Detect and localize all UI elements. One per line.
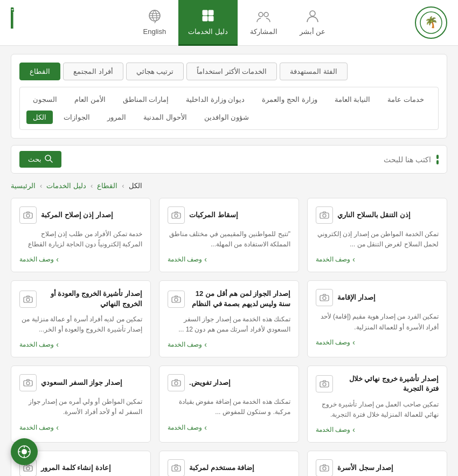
svg-point-37 — [175, 467, 178, 470]
breadcrumb-sep-2: › — [91, 182, 93, 190]
search-button-label: بحث — [28, 155, 41, 163]
cat-prisons[interactable]: السجون — [26, 93, 64, 106]
tabs-container: الفئة المستهدفة الخدمات الأكثر استخداماً… — [11, 54, 447, 139]
card-12-title: إعادة إنشاء كلمة المرور — [41, 463, 111, 473]
card-8-camera-icon[interactable] — [168, 374, 185, 391]
cat-general-services[interactable]: خدمات عامة — [381, 93, 431, 106]
card-3-link[interactable]: › وصف الخدمة — [19, 255, 59, 264]
tab-myorder[interactable]: ترتيب هجائي — [126, 63, 184, 80]
tab-community[interactable]: أفراد المجتمع — [63, 63, 123, 80]
card-7-link-label: وصف الخدمة — [316, 426, 350, 433]
card-8-link-label: وصف الخدمة — [168, 424, 202, 431]
svg-rect-7 — [203, 16, 207, 21]
nav-about[interactable]: عن أبشر — [290, 0, 336, 46]
card-10-camera-icon[interactable] — [316, 459, 333, 476]
card-4-link-label: وصف الخدمة — [316, 339, 350, 346]
site-header: 🌴 عن أبشر المشاركة — [0, 0, 458, 46]
svg-text:🌴: 🌴 — [425, 16, 438, 29]
categories-row: خدمات عامة النيابة العامة وزارة الحج وال… — [19, 87, 439, 130]
card-4-title: إصدار الإقامة — [337, 293, 376, 302]
cat-all[interactable]: الكل — [26, 111, 53, 124]
card-5-camera-icon[interactable] — [168, 291, 185, 308]
card-9-header: إصدار جواز السفر السعودي — [19, 374, 142, 391]
card-6-description: تمكين من لديه أفراد أسرة أو عمالة منزلية… — [19, 314, 142, 335]
nav-about-label: عن أبشر — [300, 27, 326, 36]
card-7-camera-icon[interactable] — [316, 375, 333, 392]
nav-services[interactable]: دليل الخدمات — [178, 0, 238, 46]
svg-point-41 — [22, 449, 27, 454]
nav-participation-label: المشاركة — [250, 27, 277, 36]
card-8-chevron-icon: › — [204, 423, 207, 432]
search-input[interactable] — [67, 155, 431, 164]
card-7-title: إصدار تأشيرة خروج نهائي خلال فترة التجرب… — [337, 374, 439, 394]
search-button[interactable]: بحث — [19, 151, 61, 168]
cat-security[interactable]: الأمن العام — [68, 93, 112, 106]
card-5-link[interactable]: › وصف الخدمة — [168, 340, 207, 349]
card-6-header: إصدار تأشيرة الخروج والعودة أو الخروج ال… — [19, 289, 142, 308]
line-bar-2 — [436, 160, 439, 164]
service-card-7: إصدار تأشيرة خروج نهائي خلال فترة التجرب… — [307, 365, 447, 443]
breadcrumb-sector[interactable]: القطاع — [97, 182, 117, 190]
card-8-link[interactable]: › وصف الخدمة — [168, 423, 207, 432]
logo-emblem: 🌴 — [415, 6, 447, 39]
card-9-camera-icon[interactable] — [19, 374, 37, 391]
breadcrumb: الكل › القطاع › دليل الخدمات › الرئيسية — [11, 182, 447, 190]
card-4-chevron-icon: › — [352, 338, 355, 347]
svg-point-4 — [264, 12, 268, 17]
card-6-camera-icon[interactable] — [19, 291, 37, 308]
card-2-link-label: وصف الخدمة — [168, 256, 202, 263]
card-2-camera-icon[interactable] — [168, 206, 185, 224]
service-card-1: إذن التنقل بالسلاح الناري تمكن الخدمة ال… — [307, 198, 447, 272]
svg-point-3 — [259, 12, 263, 17]
tab-sector[interactable]: القطاع — [19, 63, 60, 80]
card-5-chevron-icon: › — [204, 340, 207, 349]
card-3-camera-icon[interactable] — [19, 206, 37, 224]
card-3-title: إصدار إذن إصلاح المركبة — [41, 210, 113, 220]
tab-target[interactable]: الفئة المستهدفة — [280, 63, 348, 80]
svg-point-39 — [26, 467, 30, 470]
card-9-description: تمكين المواطن أو ولي أمره من إصدار جواز … — [19, 397, 142, 417]
card-2-chevron-icon: › — [204, 255, 207, 264]
card-6-link[interactable]: › وصف الخدمة — [19, 340, 59, 349]
card-1-link[interactable]: › وصف الخدمة — [316, 255, 355, 264]
search-icon — [44, 154, 53, 164]
card-6-chevron-icon: › — [56, 340, 59, 349]
card-2-link[interactable]: › وصف الخدمة — [168, 255, 207, 264]
card-7-description: تمكين صاحب العمل من إصدار تأشيرة خروج نه… — [316, 399, 439, 420]
nav-participation[interactable]: المشاركة — [240, 0, 287, 46]
cat-civil[interactable]: الأحوال المدنية — [137, 111, 193, 124]
card-5-header: إصدار الجواز لمن هم أقل من 12 سنة وليس ل… — [168, 289, 290, 308]
card-1-camera-icon[interactable] — [316, 206, 333, 224]
card-8-header: إصدار تفويض. — [168, 374, 290, 391]
participation-icon — [256, 8, 271, 25]
cat-emirates[interactable]: إمارات المناطق — [116, 93, 176, 106]
card-7-header: إصدار تأشيرة خروج نهائي خلال فترة التجرب… — [316, 374, 439, 394]
card-3-link-label: وصف الخدمة — [19, 256, 54, 263]
cat-expats[interactable]: شؤون الوافدين — [198, 111, 256, 124]
card-6-title: إصدار تأشيرة الخروج والعودة أو الخروج ال… — [41, 289, 142, 308]
line-bar-1 — [436, 155, 439, 159]
card-11-camera-icon[interactable] — [168, 459, 185, 476]
tab-mostused[interactable]: الخدمات الأكثر استخداماً — [186, 63, 277, 80]
cat-hajj[interactable]: وزارة الحج والعمرة — [255, 93, 323, 106]
cat-passports[interactable]: الجوازات — [57, 111, 96, 124]
svg-point-21 — [26, 214, 30, 217]
cat-traffic[interactable]: المرور — [101, 111, 133, 124]
breadcrumb-guide[interactable]: دليل الخدمات — [46, 182, 86, 190]
card-4-camera-icon[interactable] — [316, 289, 333, 306]
cat-interior[interactable]: ديوان وزارة الداخلية — [179, 93, 251, 106]
service-card-11: إضافة مستخدم لمركبة › وصف الخدمة — [159, 451, 299, 476]
breadcrumb-home[interactable]: الرئيسية — [11, 182, 36, 190]
nav-english[interactable]: English — [134, 0, 176, 46]
svg-rect-5 — [203, 10, 207, 15]
service-card-5: إصدار الجواز لمن هم أقل من 12 سنة وليس ل… — [159, 280, 299, 357]
card-9-link[interactable]: › وصف الخدمة — [19, 423, 59, 432]
card-4-link[interactable]: › وصف الخدمة — [316, 338, 355, 347]
cat-prosecution[interactable]: النيابة العامة — [328, 93, 377, 106]
card-7-link[interactable]: › وصف الخدمة — [316, 425, 355, 434]
english-icon — [147, 8, 162, 25]
chat-button[interactable] — [11, 438, 38, 465]
card-4-header: إصدار الإقامة — [316, 289, 439, 306]
service-card-10: إصدار سجل الأسرة › وصف الخدمة — [307, 451, 447, 476]
card-3-chevron-icon: › — [56, 255, 59, 264]
